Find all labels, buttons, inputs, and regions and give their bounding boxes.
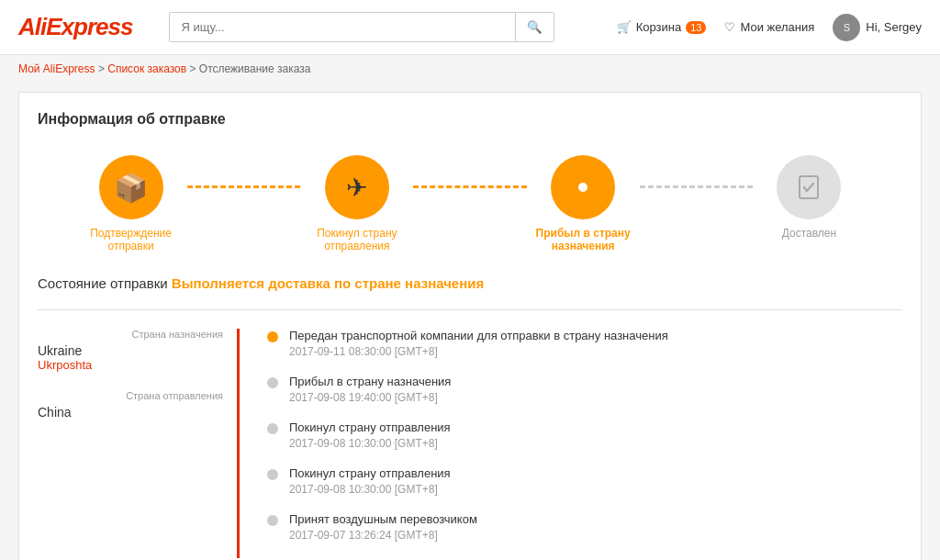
cart-badge: 13 [686, 21, 706, 34]
event-text: Принят воздушным перевозчиком [289, 512, 477, 526]
header-right: 🛒 Корзина 13 ♡ Мои желания S Hi, Sergey [617, 14, 922, 41]
heart-icon: ♡ [724, 20, 735, 34]
avatar: S [833, 14, 860, 41]
timeline-item: Покинул страну отправления 2017-09-08 10… [267, 466, 902, 496]
timeline-item: Принят воздушным перевозчиком 2017-09-07… [267, 512, 902, 542]
timeline-dot [267, 331, 278, 342]
carrier-link[interactable]: Ukrposhta [38, 358, 92, 372]
search-button[interactable]: 🔍 [515, 13, 554, 41]
event-text: Прибыл в страну назначения [289, 375, 451, 388]
timeline-dot [267, 515, 278, 526]
event-time: 2017-09-08 10:30:00 [GMT+8] [289, 483, 451, 496]
timeline-item: Прибыл в страну назначения 2017-09-08 19… [267, 375, 902, 404]
destination-label: Страна назначения [38, 329, 223, 340]
timeline-content: Покинул страну отправления 2017-09-08 10… [289, 466, 451, 496]
timeline-item: Передан транспортной компании для отправ… [267, 329, 902, 358]
step-3-label: Прибыл в страну назначения [528, 227, 638, 252]
breadcrumb-home[interactable]: Мой AliExpress [18, 62, 95, 75]
progress-tracker: 📦 Подтверждение отправки ✈ Покинул стран… [38, 146, 902, 271]
search-bar: 🔍 [169, 12, 554, 42]
step-3-icon [551, 155, 615, 219]
header: AliExpress 🔍 🛒 Корзина 13 ♡ Мои желания … [0, 0, 940, 55]
event-time: 2017-09-11 08:30:00 [GMT+8] [289, 345, 668, 358]
event-time: 2017-09-07 13:26:24 [GMT+8] [289, 529, 477, 542]
status-text: Выполняется доставка по стране назначени… [172, 275, 484, 291]
step-departed: ✈ Покинул страну отправления [300, 155, 413, 252]
step-1-label: Подтверждение отправки [76, 227, 186, 252]
section-title: Информация об отправке [38, 111, 902, 128]
connector-2 [413, 185, 526, 188]
connector-1 [187, 185, 300, 188]
cart-icon: 🛒 [617, 20, 632, 34]
cart-button[interactable]: 🛒 Корзина 13 [617, 20, 707, 34]
right-panel: Передан транспортной компании для отправ… [267, 329, 902, 558]
timeline-content: Передан транспортной компании для отправ… [289, 329, 668, 358]
step-2-label: Покинул страну отправления [302, 227, 412, 252]
timeline-dot [267, 377, 278, 388]
breadcrumb-orders[interactable]: Список заказов [107, 62, 186, 75]
left-panel: Страна назначения Ukraine Ukrposhta Стра… [38, 329, 240, 558]
event-text: Передан транспортной компании для отправ… [289, 329, 668, 342]
step-confirmation: 📦 Подтверждение отправки [74, 155, 187, 252]
step-4-label: Доставлен [782, 227, 836, 240]
event-time: 2017-09-08 19:40:00 [GMT+8] [289, 391, 451, 404]
origin-label: Страна отправления [38, 390, 223, 401]
user-greeting: Hi, Sergey [866, 20, 922, 34]
timeline-item: Покинул страну отправления 2017-09-08 10… [267, 420, 902, 450]
wishlist-label: Мои желания [740, 20, 814, 34]
timeline-dot [267, 469, 278, 480]
step-arrived: Прибыл в страну назначения [527, 155, 640, 252]
step-4-icon [777, 155, 841, 219]
search-input[interactable] [170, 13, 515, 41]
destination-country: Ukraine [38, 343, 223, 358]
status-line: Состояние отправки Выполняется доставка … [38, 271, 902, 291]
breadcrumb-sep2: > [189, 62, 198, 75]
step-1-icon: 📦 [99, 155, 163, 219]
breadcrumb: Мой AliExpress > Список заказов > Отслеж… [0, 55, 940, 83]
step-2-icon: ✈ [325, 155, 389, 219]
breadcrumb-sep1: > [98, 62, 107, 75]
cart-label: Корзина [636, 20, 682, 34]
tracking-details: Страна назначения Ukraine Ukrposhta Стра… [38, 309, 902, 558]
connector-3 [640, 185, 753, 188]
event-text: Покинул страну отправления [289, 466, 451, 480]
aliexpress-logo[interactable]: AliExpress [18, 13, 132, 41]
breadcrumb-current: Отслеживание заказа [199, 62, 311, 75]
wishlist-button[interactable]: ♡ Мои желания [724, 20, 814, 34]
timeline-content: Прибыл в страну назначения 2017-09-08 19… [289, 375, 451, 404]
origin-country: China [38, 405, 223, 420]
timeline-content: Принят воздушным перевозчиком 2017-09-07… [289, 512, 477, 542]
origin-block: Страна отправления China [38, 390, 223, 420]
event-time: 2017-09-08 10:30:00 [GMT+8] [289, 437, 451, 450]
user-button[interactable]: S Hi, Sergey [833, 14, 922, 41]
main-content: Информация об отправке 📦 Подтверждение о… [18, 92, 922, 560]
status-prefix: Состояние отправки [38, 275, 168, 291]
event-text: Покинул страну отправления [289, 420, 451, 434]
step-delivered: Доставлен [753, 155, 866, 240]
destination-block: Страна назначения Ukraine Ukrposhta [38, 329, 223, 372]
timeline-content: Покинул страну отправления 2017-09-08 10… [289, 420, 451, 450]
timeline-dot [267, 423, 278, 434]
